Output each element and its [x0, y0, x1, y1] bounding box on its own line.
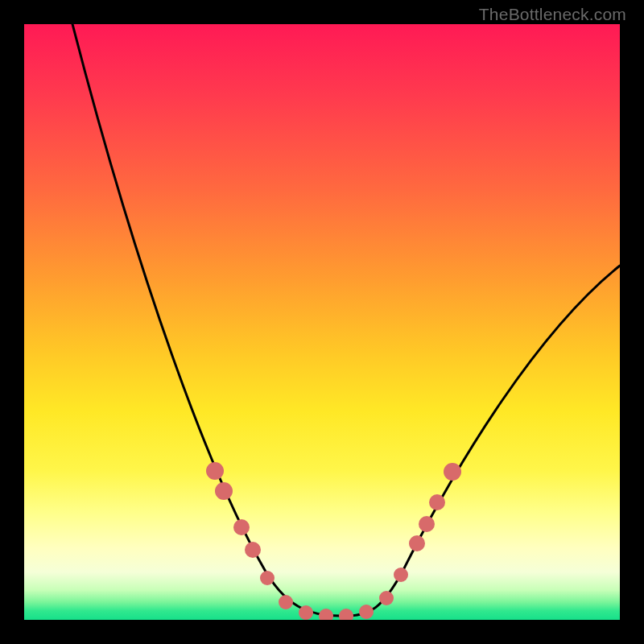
data-dot: [260, 571, 275, 585]
data-dot: [394, 568, 408, 582]
data-dot: [319, 609, 333, 620]
data-dot: [409, 535, 425, 551]
data-dot: [215, 482, 233, 500]
data-dot: [206, 462, 224, 480]
data-dot: [299, 605, 313, 620]
data-dot: [245, 542, 261, 558]
data-dot: [419, 516, 435, 532]
chart-frame: [24, 24, 620, 620]
data-dot: [339, 609, 353, 620]
data-dot: [379, 591, 394, 605]
data-dot: [233, 519, 250, 535]
data-dot: [279, 595, 293, 609]
data-dot: [359, 605, 374, 619]
data-dot: [444, 463, 461, 481]
attribution-text: TheBottleneck.com: [479, 5, 626, 24]
data-dots-layer: [24, 24, 620, 620]
data-dot: [429, 494, 445, 510]
